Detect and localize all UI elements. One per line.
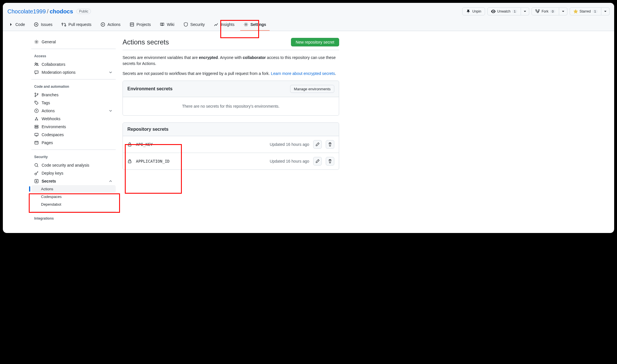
sidebar-heading-integrations: Integrations [31, 214, 116, 223]
fork-caret[interactable] [559, 7, 567, 15]
sidebar-item-environments[interactable]: Environments [31, 123, 116, 131]
tab-wiki[interactable]: Wiki [156, 20, 178, 31]
gear-icon [244, 22, 248, 27]
tab-settings[interactable]: Settings [240, 20, 270, 31]
graph-icon [214, 22, 218, 27]
star-button[interactable]: Starred 1 [570, 7, 601, 15]
tab-issues[interactable]: Issues [30, 20, 56, 31]
svg-point-10 [37, 93, 38, 95]
secret-name: API_KEY [136, 142, 266, 147]
secret-updated: Updated 16 hours ago [270, 142, 309, 147]
sidebar-item-secrets-dependabot[interactable]: Dependabot [31, 201, 116, 208]
svg-rect-18 [35, 133, 38, 136]
lock-icon [127, 142, 132, 147]
owner-link[interactable]: Chocolate1999 [7, 8, 46, 15]
environment-secrets-panel: Environment secrets Manage environments … [123, 81, 339, 116]
watch-count: 1 [512, 10, 517, 13]
key-icon [34, 171, 39, 175]
edit-secret-button[interactable] [313, 157, 322, 165]
asterisk-icon [34, 179, 39, 183]
env-secrets-empty: There are no secrets for this repository… [123, 97, 339, 115]
secret-row: APPLICATION_IDUpdated 16 hours ago [123, 153, 339, 169]
fork-icon [535, 9, 540, 14]
secret-updated: Updated 16 hours ago [270, 159, 309, 163]
star-icon [573, 9, 578, 14]
branch-icon [34, 93, 39, 97]
pull-request-icon [62, 22, 66, 27]
manage-environments-button[interactable]: Manage environments [290, 85, 334, 93]
repo-nav: Code Issues Pull requests Actions Projec… [7, 20, 610, 31]
sidebar-item-tags[interactable]: Tags [31, 99, 116, 107]
fork-count: 0 [550, 10, 555, 13]
sidebar-item-general[interactable]: General [31, 38, 116, 46]
sidebar-item-branches[interactable]: Branches [31, 91, 116, 99]
watch-caret[interactable] [521, 7, 529, 15]
sidebar-item-moderation[interactable]: Moderation options [31, 68, 116, 76]
visibility-badge: Public [76, 9, 91, 14]
sidebar-item-secrets-codespaces[interactable]: Codespaces [31, 193, 116, 201]
sidebar-item-deploy-keys[interactable]: Deploy keys [31, 169, 116, 177]
tab-security[interactable]: Security [180, 20, 208, 31]
new-secret-button[interactable]: New repository secret [291, 38, 339, 46]
eye-icon [491, 9, 496, 14]
svg-rect-17 [35, 127, 38, 128]
unpin-button[interactable]: Unpin [462, 7, 485, 15]
tab-projects[interactable]: Projects [126, 20, 154, 31]
sidebar-item-pages[interactable]: Pages [31, 139, 116, 147]
sidebar-item-collaborators[interactable]: Collaborators [31, 60, 116, 68]
secret-name: APPLICATION_ID [136, 159, 266, 163]
sidebar-item-code-security[interactable]: Code security and analysis [31, 161, 116, 169]
svg-point-11 [35, 102, 36, 102]
description-2: Secrets are not passed to workflows that… [123, 71, 339, 77]
svg-point-20 [35, 163, 38, 166]
chevron-down-icon [108, 109, 113, 113]
description-1: Secrets are environment variables that a… [123, 55, 339, 67]
svg-point-4 [245, 24, 247, 25]
sidebar-item-webhooks[interactable]: Webhooks [31, 115, 116, 123]
lock-icon [127, 159, 132, 163]
svg-point-6 [35, 63, 36, 64]
play-icon [101, 22, 105, 27]
repo-link[interactable]: chodocs [50, 8, 73, 15]
sidebar-item-secrets-actions[interactable]: Actions [31, 185, 116, 193]
caret-down-icon [603, 9, 608, 14]
settings-sidebar: General Access Collaborators Moderation … [31, 38, 116, 223]
edit-secret-button[interactable] [313, 140, 322, 149]
learn-more-link[interactable]: Learn more about encrypted secrets [271, 71, 335, 76]
tab-code[interactable]: Code [9, 20, 28, 31]
tab-pulls[interactable]: Pull requests [58, 20, 95, 31]
sidebar-heading-code: Code and automation [31, 82, 116, 91]
delete-secret-button[interactable] [326, 157, 334, 165]
secret-row: API_KEYUpdated 16 hours ago [123, 136, 339, 153]
sidebar-heading-security: Security [31, 153, 116, 161]
tab-insights[interactable]: Insights [210, 20, 238, 31]
svg-rect-16 [35, 125, 38, 126]
svg-rect-19 [35, 141, 38, 144]
browser-icon [34, 140, 39, 145]
unwatch-button[interactable]: Unwatch 1 [487, 7, 521, 15]
sidebar-heading-access: Access [31, 52, 116, 60]
repository-secrets-panel: Repository secrets API_KEYUpdated 16 hou… [123, 122, 339, 170]
svg-rect-23 [128, 144, 131, 146]
star-caret[interactable] [601, 7, 610, 15]
sidebar-item-actions[interactable]: Actions [31, 107, 116, 115]
chevron-up-icon [108, 179, 113, 183]
breadcrumb: Chocolate1999 / chodocs Public [7, 8, 91, 15]
book-icon [160, 22, 164, 27]
play-icon [34, 109, 39, 113]
issue-icon [34, 22, 38, 27]
star-count: 1 [592, 10, 598, 13]
caret-down-icon [523, 9, 527, 14]
tab-actions[interactable]: Actions [97, 20, 124, 31]
caret-down-icon [561, 9, 565, 14]
sidebar-item-codespaces[interactable]: Codespaces [31, 131, 116, 139]
delete-secret-button[interactable] [326, 140, 334, 149]
fork-button[interactable]: Fork 0 [532, 7, 559, 15]
pin-icon [466, 9, 471, 14]
page-title: Actions secrets [123, 38, 169, 46]
tag-icon [34, 101, 39, 105]
sidebar-item-secrets[interactable]: Secrets [31, 177, 116, 185]
env-secrets-title: Environment secrets [127, 86, 172, 91]
svg-point-8 [35, 93, 36, 94]
people-icon [34, 62, 39, 67]
